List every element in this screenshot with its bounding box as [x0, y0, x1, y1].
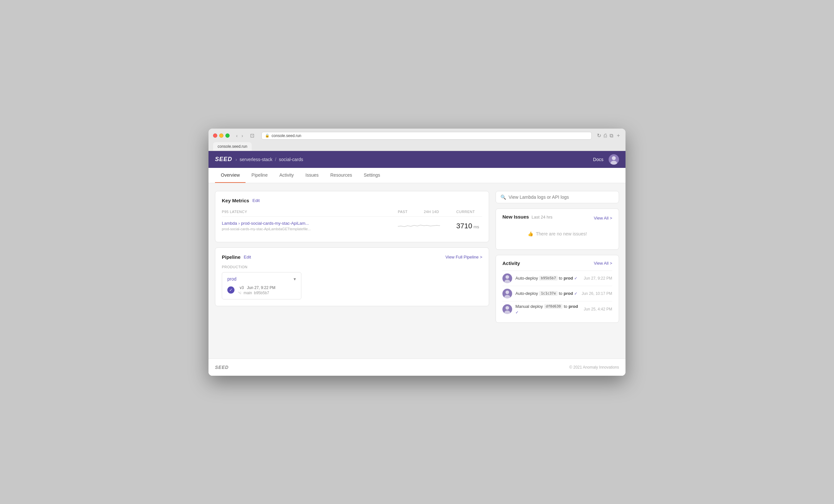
pipeline-title: Pipeline — [222, 254, 241, 260]
breadcrumb-sep1: › — [236, 157, 237, 162]
list-item: Auto-deploy b95b5b7 to prod ✓ Jun 27, 9:… — [502, 270, 612, 286]
production-label: PRODUCTION — [222, 265, 482, 269]
app: SEED › serverless-stack / social-cards D… — [208, 151, 626, 376]
browser-chrome: ‹ › ⊡ 🔒 console.seed.run ↻ ⎙ ⧉ ＋ console… — [208, 129, 626, 151]
metrics-col-period: 24H 14D — [424, 210, 456, 214]
arrow-icon: › — [238, 221, 240, 226]
issues-title: New Issues — [502, 214, 529, 220]
metrics-edit-link[interactable]: Edit — [253, 198, 260, 203]
activity-dest: prod — [564, 291, 573, 296]
avatar — [502, 289, 512, 299]
metrics-col-p95: P95 LATENCY — [222, 210, 398, 214]
footer: SEED © 2021 Anomaly Innovations — [208, 358, 626, 376]
tab-resources[interactable]: Resources — [325, 168, 358, 183]
pipeline-view-link[interactable]: View Full Pipeline > — [445, 255, 482, 260]
breadcrumb-current[interactable]: social-cards — [279, 157, 303, 162]
metrics-title: Key Metrics — [222, 198, 249, 203]
stage-deploy: ✓ v3 Jun 27, 9:22 PM ⌥ main b95b5b7 — [227, 285, 296, 295]
svg-point-1 — [611, 161, 617, 165]
lambda-link[interactable]: Lambda › prod-social-cards-my-stac-ApiLa… — [222, 221, 398, 226]
stage-dropdown-button[interactable]: ▾ — [293, 276, 296, 282]
avatar[interactable] — [609, 154, 619, 165]
metrics-name: Lambda › prod-social-cards-my-stac-ApiLa… — [222, 221, 398, 231]
svg-point-2 — [506, 275, 509, 279]
svg-point-7 — [504, 310, 510, 314]
key-metrics-card: Key Metrics Edit P95 LATENCY PAST 24H 14… — [215, 191, 489, 242]
main-content: Key Metrics Edit P95 LATENCY PAST 24H 14… — [208, 183, 626, 358]
issues-empty-state: 👍 There are no new issues! — [502, 223, 612, 244]
empty-message: There are no new issues! — [536, 231, 587, 236]
git-icon: ⌥ — [238, 291, 242, 294]
activity-title: Activity — [502, 260, 520, 266]
breadcrumb-parent[interactable]: serverless-stack — [240, 157, 272, 162]
metrics-col-past: PAST — [398, 210, 424, 214]
issues-view-all[interactable]: View All > — [594, 216, 613, 220]
forward-button[interactable]: › — [240, 132, 245, 139]
activity-view-all[interactable]: View All > — [594, 261, 613, 266]
metrics-header: P95 LATENCY PAST 24H 14D CURRENT — [222, 209, 482, 217]
share-button[interactable]: ⎙ — [604, 132, 607, 139]
search-box[interactable]: 🔍 — [496, 191, 619, 203]
tab-pipeline[interactable]: Pipeline — [245, 168, 273, 183]
sidebar-button[interactable]: ⊡ — [248, 132, 256, 139]
minimize-button[interactable] — [219, 133, 223, 138]
activity-time: Jun 25, 4:42 PM — [584, 307, 612, 311]
lock-icon: 🔒 — [265, 133, 269, 138]
nav-right: Docs — [593, 154, 619, 165]
tab-issues[interactable]: Issues — [300, 168, 325, 183]
metrics-number: 3710 — [456, 222, 472, 230]
issues-card: New Issues Last 24 hrs View All > 👍 Ther… — [496, 209, 619, 250]
tab-activity[interactable]: Activity — [273, 168, 300, 183]
lambda-name: prod-social-cards-my-stac-ApiLam... — [241, 221, 309, 226]
avatar — [502, 273, 512, 283]
deploy-date: Jun 27, 9:22 PM — [247, 285, 276, 290]
sub-nav: Overview Pipeline Activity Issues Resour… — [208, 168, 626, 183]
docs-link[interactable]: Docs — [593, 157, 603, 162]
list-item: Manual deploy df0d630 to prod ✓ Jun 25, … — [502, 301, 612, 317]
svg-point-4 — [506, 290, 509, 294]
new-tab-button[interactable]: ⧉ — [610, 132, 613, 139]
svg-point-3 — [504, 280, 510, 283]
browser-window: ‹ › ⊡ 🔒 console.seed.run ↻ ⎙ ⧉ ＋ console… — [208, 129, 626, 376]
back-button[interactable]: ‹ — [235, 132, 239, 139]
deploy-version: v3 Jun 27, 9:22 PM — [238, 285, 276, 290]
add-button[interactable]: ＋ — [616, 132, 621, 139]
activity-dest: prod — [564, 276, 573, 281]
to-label: to — [559, 291, 563, 296]
browser-tab[interactable]: console.seed.run — [213, 142, 252, 151]
svg-point-6 — [506, 306, 509, 310]
metrics-sub: prod-social-cards-my-stac-ApiLambdaGETte… — [222, 227, 398, 231]
activity-text: Manual deploy df0d630 to prod ✓ — [515, 304, 581, 315]
svg-point-0 — [612, 156, 616, 160]
pipeline-stage: prod ▾ ✓ v3 Jun 27, 9:22 PM — [222, 272, 301, 300]
to-label: to — [559, 276, 563, 281]
to-label: to — [564, 304, 567, 309]
breadcrumb: › serverless-stack / social-cards — [236, 157, 303, 162]
commit-badge: b95b5b7 — [539, 276, 557, 281]
right-panel: 🔍 New Issues Last 24 hrs View All > 👍 — [496, 191, 619, 351]
stage-name: prod — [227, 276, 237, 282]
thumbs-up-icon: 👍 — [528, 231, 533, 236]
sparkline-chart — [398, 220, 440, 230]
metrics-unit: ms — [474, 224, 479, 229]
breadcrumb-sep2: / — [275, 157, 277, 162]
tab-settings[interactable]: Settings — [358, 168, 386, 183]
pipeline-edit-link[interactable]: Edit — [244, 255, 251, 260]
traffic-lights — [213, 133, 229, 138]
activity-text: Auto-deploy 1c1c37e to prod ✓ — [515, 291, 578, 296]
metrics-col-current: CURRENT — [456, 210, 482, 214]
address-bar[interactable]: 🔒 console.seed.run — [261, 132, 592, 140]
deploy-check-icon: ✓ — [227, 286, 235, 293]
tab-overview[interactable]: Overview — [215, 168, 245, 183]
footer-copyright: © 2021 Anomaly Innovations — [569, 365, 619, 370]
activity-action: Auto-deploy — [515, 291, 538, 296]
activity-card: Activity View All > Auto-deploy — [496, 255, 619, 323]
close-button[interactable] — [213, 133, 217, 138]
issues-subtitle: Last 24 hrs — [532, 215, 552, 220]
maximize-button[interactable] — [225, 133, 229, 138]
search-icon: 🔍 — [501, 195, 506, 200]
search-input[interactable] — [509, 195, 614, 200]
reload-button[interactable]: ↻ — [597, 132, 601, 139]
top-nav: SEED › serverless-stack / social-cards D… — [208, 151, 626, 168]
deploy-check-icon: ✓ — [515, 310, 519, 315]
